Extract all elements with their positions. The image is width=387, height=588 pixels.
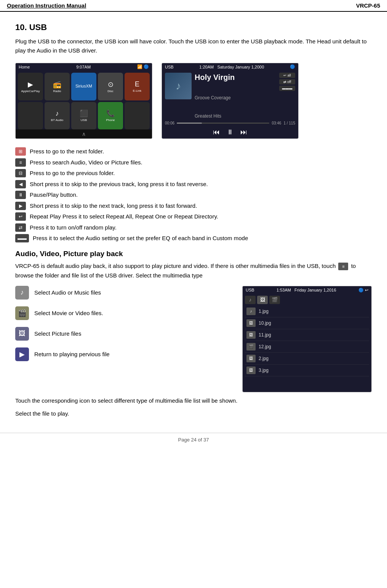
- avp-section-title: Audio, Video, Picture play back: [15, 250, 372, 258]
- usb-time-elapsed: 00:06: [165, 121, 174, 125]
- home-screen: Home 9:07AM 📶 🔵 ▶ AppleCarPlay 📻 Radio S…: [15, 63, 152, 139]
- pause-play-icon: ⏸: [15, 191, 26, 199]
- usb-progress-fill: [177, 123, 202, 124]
- feature-item-2: ≡ Press to search Audio, Video or Pictur…: [15, 158, 372, 167]
- home-icon-empty1: [18, 102, 43, 130]
- file-name-1: 1.jpg: [259, 309, 269, 314]
- picture-label: Select Picture files: [34, 330, 81, 337]
- file-icon-1: ♪: [246, 308, 256, 315]
- feature-text-8: Press it to turn on/off random play.: [30, 223, 117, 232]
- usb-shuffle-btn[interactable]: ⇄ off: [279, 79, 295, 84]
- home-icon-disc[interactable]: ⊙ Disc: [98, 73, 123, 100]
- file-item-4[interactable]: 🎬 12.jpg: [245, 341, 369, 353]
- file-icon-4: 🎬: [246, 343, 256, 351]
- feature-item-4: ◀ Short press it to skip to the previous…: [15, 180, 372, 189]
- video-label: Select Movie or Video files.: [34, 310, 103, 316]
- file-icon-2: 🖼: [246, 319, 256, 327]
- home-icons-grid: ▶ AppleCarPlay 📻 Radio SiriusXM ⊙ Disc E…: [16, 70, 152, 129]
- feature-item-6: ▶ Short press it to skip to the next tra…: [15, 202, 372, 210]
- section-title: 10. USB: [15, 22, 372, 32]
- prev-track-icon: ◀: [15, 180, 26, 188]
- home-icon-radio[interactable]: 📻 Radio: [45, 73, 70, 100]
- usb2-top-bar: USB 1:53AM Friday January 1,2016 🔵 ↩: [243, 286, 371, 294]
- feature-text-9: Press it to select the Audio setting or …: [33, 234, 248, 243]
- usb-artist: Groove Coverage: [195, 95, 276, 100]
- feature-item-9: ▬▬ Press it to select the Audio setting …: [15, 234, 372, 243]
- home-top-bar: Home 9:07AM 📶 🔵: [16, 63, 152, 70]
- file-icon-5: 🖼: [246, 355, 256, 362]
- home-icon-siriusxm[interactable]: SiriusXM: [71, 73, 96, 100]
- usb-top-bar: USB 1:20AM Saturday January 1,2000 🔵: [162, 63, 298, 70]
- usb-repeat-btn[interactable]: ↩ all: [279, 73, 295, 78]
- usb-album: Greatest Hits: [195, 113, 276, 119]
- feature-item-5: ⏸ Pause/Play button.: [15, 191, 372, 199]
- usb-bt-icon: 🔵: [290, 64, 295, 69]
- file-item-1[interactable]: ♪ 1.jpg: [245, 306, 369, 317]
- video-icon: 🎬: [15, 306, 29, 320]
- home-icon-phone[interactable]: 📞 Phone: [98, 102, 123, 130]
- usb-pause-btn[interactable]: ⏸: [227, 128, 233, 136]
- file-name-6: 3.jpg: [259, 368, 269, 373]
- usb-next-btn[interactable]: ⏭: [240, 128, 247, 136]
- bottom-text-2: Select the file to play.: [15, 409, 372, 418]
- screens-row: Home 9:07AM 📶 🔵 ▶ AppleCarPlay 📻 Radio S…: [15, 63, 372, 139]
- avp-body-part1: VRCP-65 is default audio play back, it a…: [15, 263, 337, 269]
- bottom-text-1: Touch the corresponding icon to select d…: [15, 396, 372, 405]
- media-section: ♪ Select Audio or Music files 🎬 Select M…: [15, 286, 372, 392]
- usb2-tab-picture[interactable]: 🖼: [257, 296, 268, 304]
- usb-progress-row: 00:06 03:46 1 / 115: [162, 121, 298, 127]
- feature-item-7: ↩ Repeat Play Press it to select Repeat …: [15, 212, 372, 221]
- return-label: Return to playing pervious file: [34, 351, 110, 357]
- page-header: Operation Instruction Manual VRCP-65: [0, 0, 387, 12]
- usb-progress-bar[interactable]: [177, 123, 269, 124]
- feature-text-1: Press to go to the next folder.: [30, 147, 104, 156]
- home-icon-usb[interactable]: ⬛ USB: [71, 102, 96, 130]
- usb-playback-btns: ⏮ ⏸ ⏭: [162, 127, 298, 139]
- usb2-tab-video[interactable]: 🎬: [269, 296, 280, 304]
- home-icon-bt[interactable]: ♪ BT Audio: [45, 102, 70, 130]
- feature-text-2: Press to search Audio, Video or Picture …: [30, 158, 142, 167]
- model-number: VRCP-65: [356, 2, 380, 9]
- media-item-audio: ♪ Select Audio or Music files: [15, 286, 231, 300]
- home-icon-applecarplay[interactable]: ▶ AppleCarPlay: [18, 73, 43, 100]
- usb2-bt-icon: 🔵 ↩: [358, 288, 368, 293]
- eq-icon: ▬▬: [15, 234, 29, 242]
- usb-main: ♪ Holy Virgin Groove Coverage Greatest H…: [162, 70, 298, 121]
- intro-text: Plug the USB to the connector, the USB i…: [15, 37, 372, 55]
- usb-datetime: 1:20AM Saturday January 1,2000: [199, 65, 264, 69]
- file-name-3: 11.jpg: [259, 332, 271, 338]
- usb-prev-btn[interactable]: ⏮: [213, 128, 220, 136]
- manual-title: Operation Instruction Manual: [7, 2, 86, 9]
- usb2-screen: USB 1:53AM Friday January 1,2016 🔵 ↩ ♪ 🖼…: [242, 286, 372, 392]
- random-play-icon: ⇄: [15, 223, 26, 232]
- file-name-4: 12.jpg: [259, 344, 271, 349]
- file-item-5[interactable]: 🖼 2.jpg: [245, 353, 369, 365]
- feature-item-8: ⇄ Press it to turn on/off random play.: [15, 223, 372, 232]
- home-time: 9:07AM: [76, 65, 91, 69]
- home-status-icons: 📶 🔵: [137, 64, 149, 69]
- audio-icon: ♪: [15, 286, 29, 300]
- audio-label: Select Audio or Music files: [34, 289, 101, 296]
- file-item-3[interactable]: 🖼 11.jpg: [245, 329, 369, 341]
- browse-inline-icon: ≡: [338, 263, 348, 270]
- usb2-tab-audio[interactable]: ♪: [245, 296, 256, 304]
- repeat-icon: ↩: [15, 212, 26, 221]
- picture-icon: 🖼: [15, 327, 29, 341]
- file-item-2[interactable]: 🖼 10.jpg: [245, 317, 369, 329]
- home-icon-elink[interactable]: E E-Link: [125, 73, 150, 100]
- usb-eq-btn[interactable]: ▬▬▬: [279, 86, 295, 91]
- usb-controls-right: ↩ all ⇄ off ▬▬▬: [279, 73, 295, 119]
- next-track-icon: ▶: [15, 202, 26, 210]
- usb-label: USB: [165, 65, 174, 69]
- usb2-datetime: 1:53AM Friday January 1,2016: [277, 288, 336, 292]
- feature-text-6: Short press it to skip to the next track…: [30, 202, 197, 210]
- media-item-picture: 🖼 Select Picture files: [15, 327, 231, 341]
- usb2-tabs: ♪ 🖼 🎬: [243, 294, 371, 305]
- file-item-6[interactable]: 🖼 3.jpg: [245, 365, 369, 376]
- usb2-file-list: ♪ 1.jpg 🖼 10.jpg 🖼 11.jpg 🎬 12.jpg 🖼: [243, 305, 371, 377]
- media-icons-list: ♪ Select Audio or Music files 🎬 Select M…: [15, 286, 231, 368]
- page-number: Page 24 of 37: [178, 437, 209, 443]
- usb-info: Holy Virgin Groove Coverage Greatest Hit…: [195, 73, 276, 119]
- avp-body-text: VRCP-65 is default audio play back, it a…: [15, 261, 372, 280]
- feature-item-3: ⊟ Press to go to the previous folder.: [15, 169, 372, 178]
